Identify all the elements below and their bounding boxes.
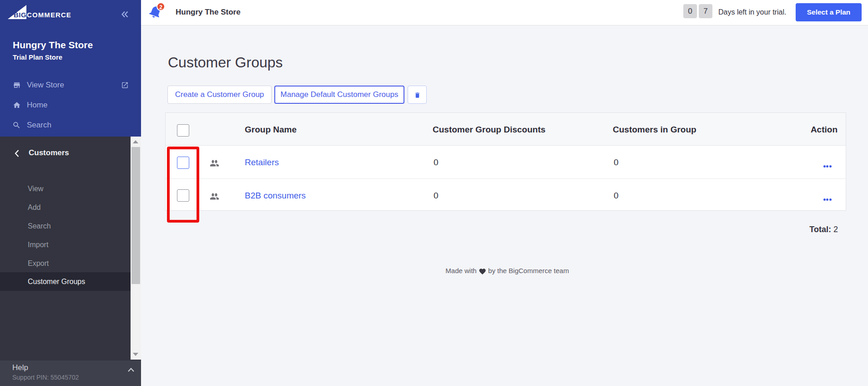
svg-text:BIG: BIG (14, 11, 26, 19)
